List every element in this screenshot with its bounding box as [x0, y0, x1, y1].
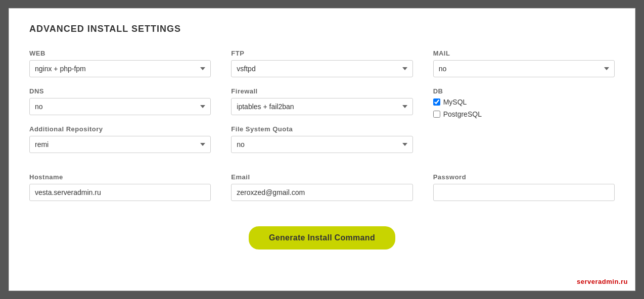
dns-group: DNS no bind bind + named: [29, 87, 211, 115]
web-select[interactable]: nginx + php-fpm apache nginx + apache no: [29, 60, 211, 77]
additional-repo-label: Additional Repository: [29, 125, 211, 133]
filesystem-quota-group: File System Quota no yes: [231, 125, 412, 153]
ftp-group: FTP vsftpd proftpd no: [231, 49, 412, 77]
hostname-input[interactable]: vesta.serveradmin.ru: [29, 184, 211, 201]
advanced-install-panel: ADVANCED INSTALL SETTINGS WEB nginx + ph…: [9, 8, 635, 291]
db-group: DB MySQL PostgreSQL: [433, 87, 615, 118]
db-checkboxes: MySQL PostgreSQL: [433, 98, 615, 118]
password-label: Password: [433, 173, 615, 181]
firewall-label: Firewall: [231, 87, 412, 95]
hostname-group: Hostname vesta.serveradmin.ru: [29, 173, 211, 201]
col-3: MAIL no exim exim + dovecot exim + dovec…: [433, 49, 615, 163]
generate-install-command-button[interactable]: Generate Install Command: [249, 226, 395, 250]
watermark: serveradmin.ru: [577, 278, 628, 285]
email-label: Email: [231, 173, 412, 181]
mysql-label: MySQL: [443, 98, 467, 106]
postgresql-label: PostgreSQL: [443, 110, 482, 118]
dns-label: DNS: [29, 87, 211, 95]
email-group: Email zeroxzed@gmail.com: [231, 173, 412, 201]
col-1: WEB nginx + php-fpm apache nginx + apach…: [29, 49, 211, 163]
col-2: FTP vsftpd proftpd no Firewall iptables …: [231, 49, 412, 163]
dns-select[interactable]: no bind bind + named: [29, 98, 211, 115]
generate-btn-wrapper: Generate Install Command: [29, 226, 615, 250]
password-group: Password: [433, 173, 615, 201]
db-label: DB: [433, 87, 615, 95]
mysql-checkbox-label[interactable]: MySQL: [433, 98, 615, 106]
mysql-checkbox[interactable]: [433, 98, 440, 106]
postgresql-checkbox-label[interactable]: PostgreSQL: [433, 110, 615, 118]
web-label: WEB: [29, 49, 211, 57]
email-input[interactable]: zeroxzed@gmail.com: [231, 184, 412, 201]
mail-label: MAIL: [433, 49, 615, 57]
bottom-row: Hostname vesta.serveradmin.ru Email zero…: [29, 173, 615, 211]
additional-repo-group: Additional Repository remi no: [29, 125, 211, 153]
ftp-label: FTP: [231, 49, 412, 57]
firewall-group: Firewall iptables + fail2ban iptables no: [231, 87, 412, 115]
ftp-select[interactable]: vsftpd proftpd no: [231, 60, 412, 77]
filesystem-quota-select[interactable]: no yes: [231, 136, 412, 153]
form-grid: WEB nginx + php-fpm apache nginx + apach…: [29, 49, 615, 163]
postgresql-checkbox[interactable]: [433, 111, 440, 118]
password-input[interactable]: [433, 184, 615, 201]
mail-group: MAIL no exim exim + dovecot exim + dovec…: [433, 49, 615, 77]
web-group: WEB nginx + php-fpm apache nginx + apach…: [29, 49, 211, 77]
mail-select[interactable]: no exim exim + dovecot exim + dovecot + …: [433, 60, 615, 77]
firewall-select[interactable]: iptables + fail2ban iptables no: [231, 98, 412, 115]
hostname-label: Hostname: [29, 173, 211, 181]
filesystem-quota-label: File System Quota: [231, 125, 412, 133]
page-title: ADVANCED INSTALL SETTINGS: [29, 24, 615, 34]
additional-repo-select[interactable]: remi no: [29, 136, 211, 153]
